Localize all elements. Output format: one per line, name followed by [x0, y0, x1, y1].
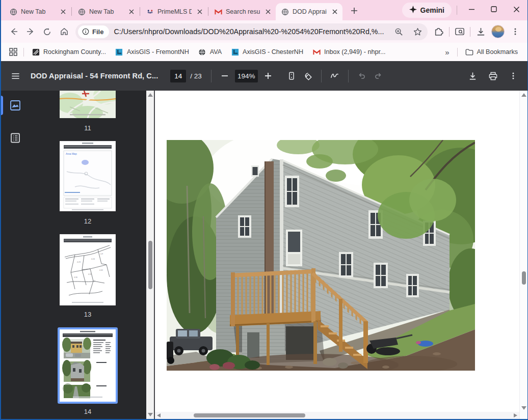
- fit-page-icon[interactable]: [283, 68, 300, 84]
- downloads-icon[interactable]: [472, 23, 489, 40]
- thumbnail-page-12[interactable]: Area Map: [60, 141, 116, 211]
- thumbnail-page-label: 13: [84, 311, 91, 318]
- vertical-scrollbar[interactable]: [519, 91, 527, 419]
- tab-strip: New Tab New Tab PrimeMLS D...: [1, 0, 527, 20]
- page-total-label: / 23: [190, 72, 202, 80]
- forward-button[interactable]: [22, 23, 39, 40]
- window-controls-separator: [457, 6, 457, 15]
- close-icon[interactable]: [59, 8, 67, 16]
- apps-grid-icon[interactable]: [6, 44, 20, 60]
- minimize-button[interactable]: [460, 0, 483, 18]
- print-icon[interactable]: [485, 68, 501, 84]
- page-number-input[interactable]: [170, 70, 186, 82]
- scroll-up-arrow[interactable]: [521, 93, 526, 97]
- back-button[interactable]: [5, 23, 22, 40]
- horizontal-scrollbar[interactable]: [155, 412, 519, 419]
- gmail-icon: [214, 8, 222, 16]
- info-icon: [82, 28, 89, 35]
- tab-title: Search resul...: [226, 8, 260, 15]
- url-text[interactable]: C:/Users/nhpro/Downloads/DOD%20Appraisal…: [114, 27, 387, 36]
- rotate-icon[interactable]: [300, 68, 316, 84]
- zoom-level-display[interactable]: 194%: [235, 70, 258, 82]
- toolbar-separator: [470, 27, 470, 37]
- close-window-button[interactable]: [505, 0, 527, 18]
- globe-icon: [198, 48, 206, 56]
- svg-text:4-30: 4-30: [74, 276, 77, 278]
- globe-icon: [281, 8, 289, 16]
- thumbnail-page-13[interactable]: 4-234-244-9 4-304-314-32: [60, 234, 116, 305]
- axisgis-icon: [231, 48, 239, 56]
- tab-search-icon[interactable]: [452, 23, 468, 40]
- pdf-download-icon[interactable]: [464, 68, 481, 84]
- close-icon[interactable]: [195, 8, 204, 16]
- gmail-icon: [312, 48, 321, 56]
- pdf-viewer-content: 11 Area Map: [1, 91, 527, 419]
- bookmark-label: Inbox (2,949) - nhpr...: [324, 48, 385, 55]
- zoom-out-button[interactable]: [217, 68, 233, 84]
- globe-icon: [77, 8, 86, 16]
- thumbnail-page-label: 11: [84, 124, 91, 132]
- house-photo: [167, 140, 475, 371]
- annotate-icon[interactable]: [327, 68, 343, 84]
- striped-logo-icon: [32, 48, 40, 56]
- bookmark-axisgis-chester[interactable]: AxisGIS - ChesterNH: [226, 45, 308, 59]
- zoom-in-button[interactable]: [260, 68, 276, 84]
- folder-icon: [465, 48, 473, 56]
- all-bookmarks-button[interactable]: All Bookmarks: [461, 45, 522, 59]
- pdf-page-view: [155, 91, 519, 419]
- tab-title: New Tab: [21, 8, 55, 15]
- close-icon[interactable]: [263, 8, 272, 16]
- scrollbar-thumb[interactable]: [194, 413, 305, 417]
- bookmark-inbox[interactable]: Inbox (2,949) - nhpr...: [308, 45, 390, 59]
- scrollbar-thumb[interactable]: [148, 241, 152, 289]
- thumbnail-page-14-selected[interactable]: [58, 327, 118, 404]
- maximize-button[interactable]: [483, 0, 505, 18]
- undo-icon: [354, 68, 370, 84]
- close-icon[interactable]: [330, 8, 339, 16]
- bookmarks-overflow-chevron[interactable]: »: [440, 45, 454, 59]
- thumbnail-page-label: 12: [84, 217, 91, 225]
- pdf-sidebar-rail: [1, 91, 29, 419]
- extensions-icon[interactable]: [431, 23, 447, 40]
- scroll-down-arrow[interactable]: [148, 413, 153, 416]
- gemini-button[interactable]: Gemini: [402, 3, 452, 18]
- scrollbar-thumb[interactable]: [522, 271, 526, 285]
- bookmark-rockingham[interactable]: Rockingham County...: [27, 45, 111, 59]
- new-tab-button[interactable]: [347, 3, 362, 18]
- tab-separator: [208, 7, 208, 16]
- scroll-up-arrow[interactable]: [148, 93, 153, 97]
- pdf-menu-kebab-icon[interactable]: [505, 68, 521, 84]
- file-chip-label: File: [92, 28, 103, 36]
- outline-panel-icon[interactable]: [10, 132, 21, 146]
- reload-button[interactable]: [39, 23, 56, 40]
- zoom-page-icon[interactable]: [391, 24, 406, 39]
- tab-title: PrimeMLS D...: [157, 8, 192, 15]
- thumbnails-panel-icon[interactable]: [10, 100, 21, 113]
- pdf-toolbar-separator: [348, 70, 349, 82]
- pdf-menu-icon[interactable]: [7, 68, 23, 84]
- pdf-toolbar: DOD Appraisal - 54 Fremont Rd, C... / 23…: [1, 61, 527, 91]
- file-scheme-chip[interactable]: File: [78, 25, 109, 38]
- tab-search-results[interactable]: Search resul...: [209, 3, 276, 20]
- scroll-right-arrow[interactable]: [514, 413, 517, 417]
- tab-new-tab-1[interactable]: New Tab: [4, 3, 71, 20]
- thumbnail-page-11[interactable]: [60, 91, 116, 118]
- address-bar[interactable]: File C:/Users/nhpro/Downloads/DOD%20Appr…: [75, 23, 428, 40]
- pdf-toolbar-separator: [211, 70, 212, 82]
- home-button[interactable]: [56, 23, 72, 40]
- bookmark-star-icon[interactable]: [410, 24, 425, 39]
- tab-primemls[interactable]: PrimeMLS D...: [141, 3, 207, 20]
- browser-menu-icon[interactable]: [507, 23, 523, 40]
- thumbnails-scrollbar[interactable]: [146, 91, 155, 419]
- profile-avatar[interactable]: [491, 25, 505, 38]
- tab-title: New Tab: [89, 8, 123, 15]
- scroll-left-arrow[interactable]: [157, 413, 161, 417]
- bookmark-ava[interactable]: AVA: [194, 45, 226, 59]
- scroll-down-arrow[interactable]: [521, 406, 526, 410]
- thumbnail-page-label: 14: [84, 408, 91, 415]
- bookmark-label: AxisGIS - ChesterNH: [243, 48, 303, 55]
- close-icon[interactable]: [127, 8, 136, 16]
- tab-dod-appraisal-active[interactable]: DOD Apprais...: [276, 3, 342, 20]
- tab-new-tab-2[interactable]: New Tab: [72, 3, 139, 20]
- bookmark-axisgis-fremont[interactable]: AxisGIS - FremontNH: [111, 45, 194, 59]
